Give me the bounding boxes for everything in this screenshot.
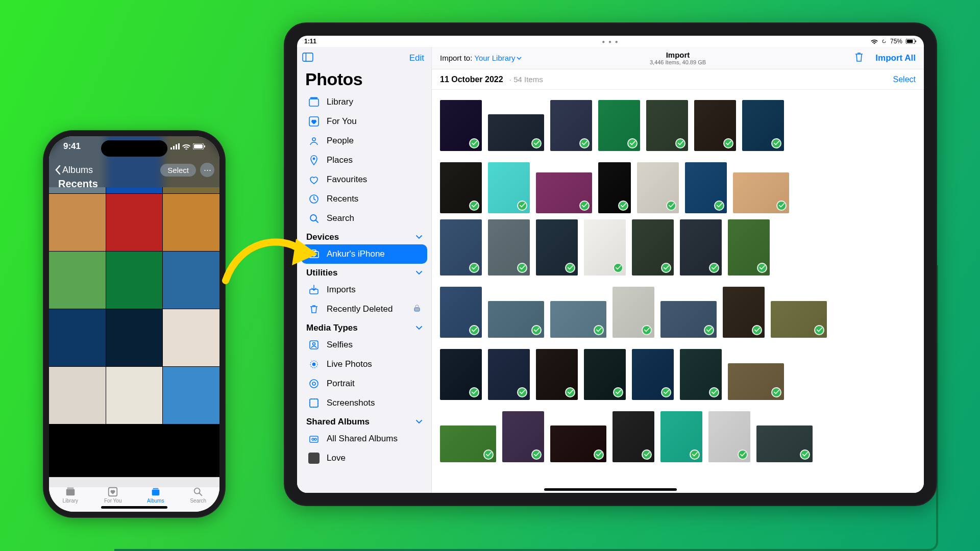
svg-point-34 — [312, 363, 315, 366]
tab-search[interactable]: Search — [177, 478, 220, 512]
multitask-dots-icon[interactable]: ● ● ● — [602, 39, 619, 44]
iphone-photo-thumb[interactable] — [163, 252, 219, 309]
import-photo-thumb[interactable] — [660, 411, 702, 462]
import-photo-thumb[interactable] — [488, 219, 530, 276]
sidebar-toggle-button[interactable] — [302, 53, 313, 64]
more-button[interactable]: ⋯ — [200, 163, 214, 177]
import-photo-thumb[interactable] — [632, 349, 674, 400]
iphone-photo-thumb[interactable] — [49, 309, 106, 366]
import-photo-thumb[interactable] — [440, 287, 482, 338]
import-photo-thumb[interactable] — [728, 363, 784, 400]
import-photo-thumb[interactable] — [637, 162, 679, 213]
import-photo-thumb[interactable] — [488, 114, 544, 151]
import-photo-thumb[interactable] — [536, 172, 592, 213]
imported-check-icon — [531, 325, 542, 335]
import-photo-thumb[interactable] — [728, 219, 770, 276]
imported-check-icon — [642, 325, 652, 335]
sidebar-item-library[interactable]: Library — [301, 92, 427, 112]
import-photo-thumb[interactable] — [502, 411, 544, 462]
imported-check-icon — [757, 263, 767, 273]
sidebar-section-devices[interactable]: Devices — [297, 228, 431, 244]
import-photo-thumb[interactable] — [536, 219, 578, 276]
import-photo-thumb[interactable] — [756, 425, 813, 462]
sidebar-item-all-shared-albums[interactable]: All Shared Albums — [301, 429, 427, 448]
select-button[interactable]: Select — [893, 75, 916, 84]
iphone-photo-thumb[interactable] — [49, 194, 106, 251]
import-photo-thumb[interactable] — [550, 301, 606, 338]
sidebar-item-live-photos[interactable]: Live Photos — [301, 355, 427, 374]
sidebar-item-search[interactable]: Search — [301, 209, 427, 228]
tab-label: Albums — [147, 498, 164, 504]
delete-button[interactable] — [854, 52, 864, 65]
sidebar-item-favourites[interactable]: Favourites — [301, 170, 427, 189]
sidebar-icon — [302, 53, 313, 62]
toolbar-subtitle: 3,446 Items, 40.89 GB — [650, 59, 706, 65]
import-photo-thumb[interactable] — [694, 100, 736, 151]
import-photo-thumb[interactable] — [733, 172, 789, 213]
iphone-photo-thumb[interactable] — [163, 194, 219, 251]
import-photo-thumb[interactable] — [488, 349, 530, 400]
sidebar-item-imports[interactable]: Imports — [301, 280, 427, 299]
import-photo-thumb[interactable] — [440, 100, 482, 151]
import-photo-thumb[interactable] — [680, 349, 722, 400]
import-photo-thumb[interactable] — [685, 162, 727, 213]
iphone-photo-thumb[interactable] — [49, 367, 106, 424]
import-photo-thumb[interactable] — [584, 349, 626, 400]
import-gallery[interactable] — [432, 90, 924, 493]
sidebar-item-recently-deleted[interactable]: Recently Deleted — [301, 299, 427, 319]
import-photo-thumb[interactable] — [440, 219, 482, 276]
import-photo-thumb[interactable] — [440, 162, 482, 213]
import-photo-thumb[interactable] — [440, 349, 482, 400]
import-photo-thumb[interactable] — [584, 219, 626, 276]
iphone-photo-thumb[interactable] — [163, 367, 219, 424]
import-photo-thumb[interactable] — [646, 100, 688, 151]
iphone-photo-thumb[interactable] — [106, 309, 163, 366]
imported-check-icon — [618, 201, 628, 211]
import-photo-thumb[interactable] — [680, 219, 722, 276]
sidebar-item-places[interactable]: Places — [301, 151, 427, 170]
import-photo-thumb[interactable] — [440, 425, 496, 462]
import-photo-thumb[interactable] — [550, 425, 606, 462]
import-photo-thumb[interactable] — [612, 287, 654, 338]
iphone-photo-thumb[interactable] — [106, 194, 163, 251]
iphone-photo-thumb[interactable] — [163, 309, 219, 366]
tab-library[interactable]: Library — [49, 478, 92, 512]
import-photo-thumb[interactable] — [742, 100, 784, 151]
import-photo-thumb[interactable] — [708, 411, 750, 462]
sidebar-item-love[interactable]: Love — [301, 448, 427, 468]
imported-check-icon — [800, 449, 810, 460]
sidebar-section-utilities[interactable]: Utilities — [297, 264, 431, 280]
sidebar-section-media[interactable]: Media Types — [297, 319, 431, 335]
sidebar-item-screenshots[interactable]: Screenshots — [301, 393, 427, 413]
import-to-control[interactable]: Import to: Your Library — [440, 54, 522, 62]
sidebar-item-recents[interactable]: Recents — [301, 189, 427, 209]
import-all-button[interactable]: Import All — [875, 53, 916, 63]
import-photo-thumb[interactable] — [598, 100, 640, 151]
iphone-photo-thumb[interactable] — [49, 252, 106, 309]
import-photo-thumb[interactable] — [488, 162, 530, 213]
sidebar-item-portrait[interactable]: Portrait — [301, 374, 427, 393]
edit-button[interactable]: Edit — [409, 53, 424, 63]
import-photo-thumb[interactable] — [550, 100, 592, 151]
import-photo-thumb[interactable] — [488, 301, 544, 338]
select-button[interactable]: Select — [160, 164, 196, 177]
import-photo-thumb[interactable] — [632, 219, 674, 276]
imported-check-icon — [666, 201, 676, 211]
iphone-photo-thumb[interactable] — [106, 367, 163, 424]
section-title: Devices — [306, 232, 339, 242]
import-photo-thumb[interactable] — [660, 301, 717, 338]
sidebar-item-ankur-s-iphone[interactable]: Ankur's iPhone — [301, 244, 427, 264]
sidebar-item-people[interactable]: People — [301, 131, 427, 151]
iphone-photo-thumb[interactable] — [106, 252, 163, 309]
sidebar-item-for-you[interactable]: For You — [301, 112, 427, 131]
import-photo-thumb[interactable] — [536, 349, 578, 400]
sidebar-item-label: Selfies — [327, 340, 353, 350]
import-photo-thumb[interactable] — [598, 162, 631, 213]
svg-rect-17 — [303, 53, 313, 61]
back-button[interactable]: Albums — [54, 165, 93, 176]
import-photo-thumb[interactable] — [612, 411, 654, 462]
sidebar-item-selfies[interactable]: Selfies — [301, 335, 427, 355]
import-photo-thumb[interactable] — [723, 287, 765, 338]
import-photo-thumb[interactable] — [771, 301, 827, 338]
sidebar-section-shared[interactable]: Shared Albums — [297, 413, 431, 429]
